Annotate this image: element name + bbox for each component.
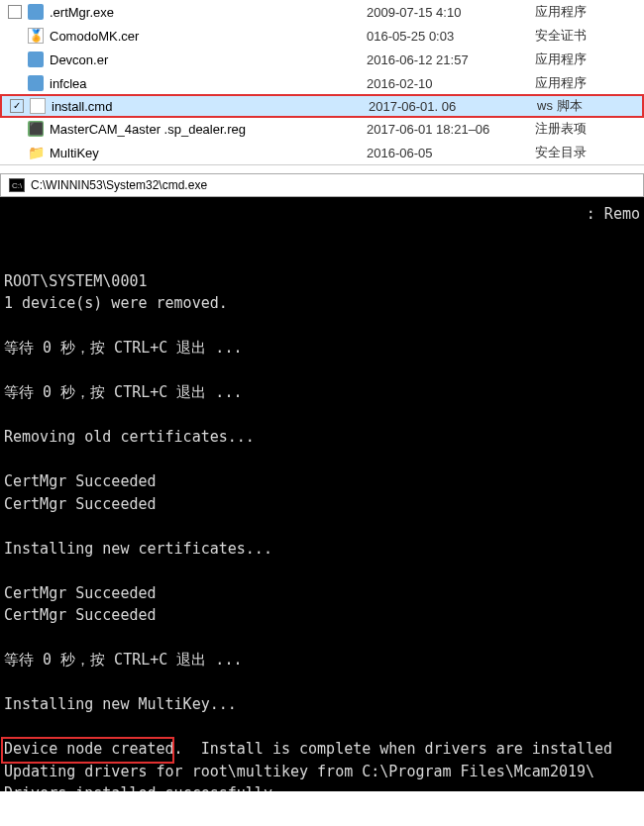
cmd-line <box>4 315 640 338</box>
file-explorer-list: .ertMgr.exe2009-07-15 4:10应用程序🏅ComodoMK.… <box>0 0 644 165</box>
file-name: MasterCAM_4aster .sp_dealer.reg <box>50 122 367 137</box>
cmd-line <box>4 560 640 582</box>
cmd-line <box>4 449 640 471</box>
cmd-title-text: C:\WINNIN53\System32\cmd.exe <box>31 178 207 192</box>
cmd-line: Installing new certificates... <box>4 538 640 561</box>
file-row[interactable]: Devcon.er2016-06-12 21:57应用程序 <box>0 48 644 71</box>
cmd-icon: C:\ <box>9 178 25 192</box>
cer-icon: 🏅 <box>28 28 44 44</box>
cmd-output[interactable]: : Remo ROOT\SYSTEM\00011 device(s) were … <box>0 197 644 791</box>
cmd-line: Drivers installed successfully. <box>4 782 640 791</box>
file-checkbox[interactable] <box>10 99 24 113</box>
command-prompt-window: C:\ C:\WINNIN53\System32\cmd.exe : Remo … <box>0 173 644 791</box>
file-row[interactable]: ⬛MasterCAM_4aster .sp_dealer.reg2017-06-… <box>0 117 644 141</box>
file-name: ComodoMK.cer <box>50 29 367 44</box>
file-name: MultiKey <box>50 146 367 160</box>
file-name: Devcon.er <box>50 52 367 67</box>
cmd-line: CertMgr Succeeded <box>4 582 640 605</box>
file-type: 应用程序 <box>535 51 636 68</box>
cmd-line: 1 device(s) were removed. <box>4 292 640 315</box>
file-name: .ertMgr.exe <box>50 5 367 20</box>
file-date: 2017-06-01. 06 <box>369 99 537 114</box>
file-row[interactable]: 🏅ComodoMK.cer016-05-25 0:03安全证书 <box>0 24 644 48</box>
cmd-line: 等待 0 秒，按 CTRL+C 退出 ... <box>4 381 640 404</box>
file-row[interactable]: 📁MultiKey2016-06-05安全目录 <box>0 141 644 164</box>
cmd-line: 等待 0 秒，按 CTRL+C 退出 ... <box>4 649 640 671</box>
file-date: 2017-06-01 18:21–06 <box>367 122 535 137</box>
file-type: 应用程序 <box>535 74 636 92</box>
exe-icon <box>28 52 44 67</box>
cmd-title-bar[interactable]: C:\ C:\WINNIN53\System32\cmd.exe <box>0 173 644 197</box>
file-type: ws 脚本 <box>537 97 634 115</box>
reg-icon: ⬛ <box>28 121 44 137</box>
cmd-line: CertMgr Succeeded <box>4 604 640 627</box>
file-row[interactable]: install.cmd2017-06-01. 06ws 脚本 <box>0 94 644 118</box>
cmd-line: Device node created. Install is complete… <box>4 738 640 761</box>
exe-icon <box>28 75 44 91</box>
file-date: 2009-07-15 4:10 <box>367 5 535 20</box>
cmd-line: Installing new MultiKey... <box>4 693 640 716</box>
file-type: 应用程序 <box>535 3 636 21</box>
cmd-line <box>4 515 640 538</box>
cmd-line: CertMgr Succeeded <box>4 493 640 516</box>
cmd-line: CertMgr Succeeded <box>4 470 640 493</box>
remove-label: : Remo <box>587 203 640 226</box>
file-row[interactable]: infclea2016-02-10应用程序 <box>0 71 644 95</box>
file-type: 注册表项 <box>535 120 636 138</box>
cmd-line: 等待 0 秒，按 CTRL+C 退出 ... <box>4 337 640 360</box>
exe-icon <box>28 4 44 20</box>
cmd-line <box>4 671 640 694</box>
file-checkbox[interactable] <box>8 5 22 19</box>
file-type: 安全目录 <box>535 144 636 161</box>
cmd-line: ROOT\SYSTEM\0001 <box>4 270 640 293</box>
cmd-line <box>4 627 640 650</box>
cmd-line: Updating drivers for root\multikey from … <box>4 761 640 783</box>
cmd-line <box>4 716 640 739</box>
file-date: 016-05-25 0:03 <box>367 29 535 44</box>
cmd-line: Removing old certificates... <box>4 426 640 449</box>
file-date: 2016-06-05 <box>367 146 535 160</box>
cmd-icon <box>30 98 46 114</box>
folder-icon: 📁 <box>28 145 44 160</box>
file-type: 安全证书 <box>535 27 636 45</box>
file-date: 2016-06-12 21:57 <box>367 52 535 67</box>
cmd-line <box>4 360 640 382</box>
file-row[interactable]: .ertMgr.exe2009-07-15 4:10应用程序 <box>0 0 644 24</box>
cmd-lines-container: ROOT\SYSTEM\00011 device(s) were removed… <box>4 270 640 792</box>
cmd-line <box>4 404 640 427</box>
file-name: install.cmd <box>52 99 369 114</box>
file-date: 2016-02-10 <box>367 76 535 91</box>
file-name: infclea <box>50 76 367 91</box>
